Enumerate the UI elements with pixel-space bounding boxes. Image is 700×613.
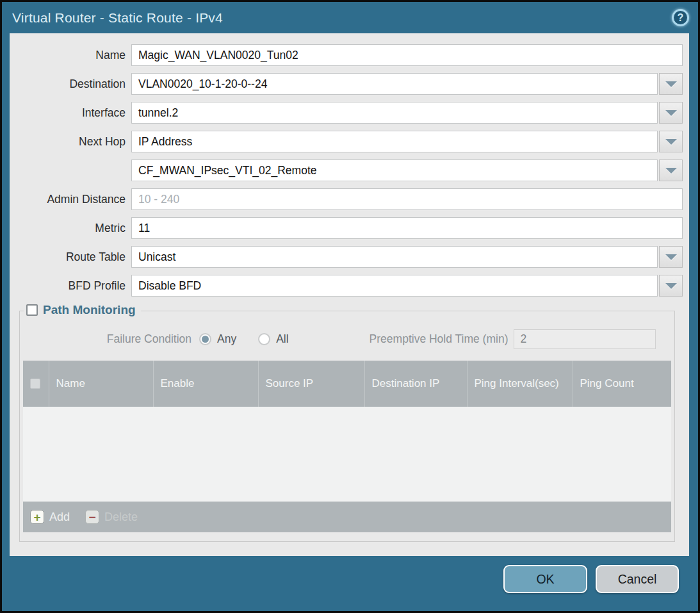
form-row-route-table: Route Table [10,246,683,268]
form-row-nexthop-address [10,159,683,181]
chevron-down-icon [665,283,677,289]
admin-distance-label: Admin Distance [10,193,131,206]
metric-input[interactable] [131,217,683,239]
preemptive-hold-input[interactable] [514,329,656,349]
form-row-metric: Metric [10,217,683,239]
nexthop-type-dropdown-button[interactable] [659,131,683,152]
nexthop-label: Next Hop [10,135,131,149]
failure-condition-all-label: All [276,332,288,346]
bfd-profile-label: BFD Profile [10,279,131,293]
destination-dropdown-button[interactable] [659,73,683,95]
bfd-profile-input[interactable] [131,275,658,297]
admin-distance-input[interactable] [131,188,683,210]
table-header-row: Name Enable Source IP Destination IP Pin… [23,361,671,407]
route-table-dropdown-button[interactable] [659,246,683,268]
path-monitoring-section: Path Monitoring Failure Condition Any Al… [19,311,675,542]
ok-button[interactable]: OK [503,565,587,593]
static-route-dialog: Virtual Router - Static Route - IPv4 ? N… [0,0,700,613]
nexthop-address-input[interactable] [131,159,658,181]
destination-input[interactable] [131,73,658,95]
metric-label: Metric [10,222,131,235]
chevron-down-icon [665,254,677,260]
select-all-cell [23,361,49,407]
interface-input[interactable] [131,102,658,124]
cancel-button[interactable]: Cancel [596,565,679,593]
nexthop-address-dropdown-button[interactable] [659,159,683,181]
column-header-source-ip[interactable]: Source IP [258,361,364,407]
table-toolbar: + Add − Delete [23,502,671,532]
add-button-label: Add [49,511,70,524]
nexthop-type-input[interactable] [131,131,658,152]
route-table-input[interactable] [131,246,658,268]
chevron-down-icon [665,168,677,174]
column-header-name[interactable]: Name [49,361,153,407]
preemptive-hold-label: Preemptive Hold Time (min) [370,332,509,346]
bfd-profile-dropdown-button[interactable] [659,275,683,297]
failure-condition-any-radio[interactable] [199,333,211,345]
dialog-titlebar: Virtual Router - Static Route - IPv4 ? [2,2,698,33]
dialog-content: Name Destination Interface [10,33,689,556]
plus-icon: + [30,510,44,524]
path-monitoring-checkbox[interactable] [26,304,38,316]
column-header-destination-ip[interactable]: Destination IP [364,361,467,407]
chevron-down-icon [665,81,677,87]
select-all-checkbox[interactable] [30,379,40,389]
column-header-ping-interval[interactable]: Ping Interval(sec) [467,361,573,407]
add-button[interactable]: + Add [30,510,70,524]
path-monitoring-title: Path Monitoring [43,303,136,317]
failure-condition-all-radio[interactable] [258,333,270,345]
failure-condition-any-label: Any [217,332,236,346]
form-row-name: Name [10,44,683,66]
name-label: Name [10,49,131,62]
path-monitoring-legend: Path Monitoring [24,303,141,317]
path-monitoring-table: Name Enable Source IP Destination IP Pin… [23,361,671,532]
help-icon[interactable]: ? [672,9,689,26]
form-row-admin-distance: Admin Distance [10,188,683,210]
interface-dropdown-button[interactable] [659,102,683,124]
minus-icon: − [85,510,99,524]
interface-label: Interface [10,106,131,120]
dialog-footer: OK Cancel [2,556,698,611]
chevron-down-icon [665,110,677,116]
name-input[interactable] [131,44,683,66]
form-row-bfd-profile: BFD Profile [10,275,683,297]
route-table-label: Route Table [10,250,131,264]
radio-selected-dot [202,336,209,343]
dialog-title: Virtual Router - Static Route - IPv4 [12,10,672,26]
delete-button-label: Delete [104,511,138,524]
chevron-down-icon [665,139,677,145]
table-empty-body [23,407,671,502]
destination-label: Destination [10,78,131,91]
form-row-interface: Interface [10,102,683,124]
form-row-destination: Destination [10,73,683,95]
form-row-nexthop-type: Next Hop [10,131,683,152]
failure-condition-label: Failure Condition [22,332,199,346]
column-header-enable[interactable]: Enable [153,361,258,407]
column-header-ping-count[interactable]: Ping Count [573,361,671,407]
failure-condition-row: Failure Condition Any All Preemptive Hol… [22,329,672,349]
delete-button[interactable]: − Delete [85,510,138,524]
